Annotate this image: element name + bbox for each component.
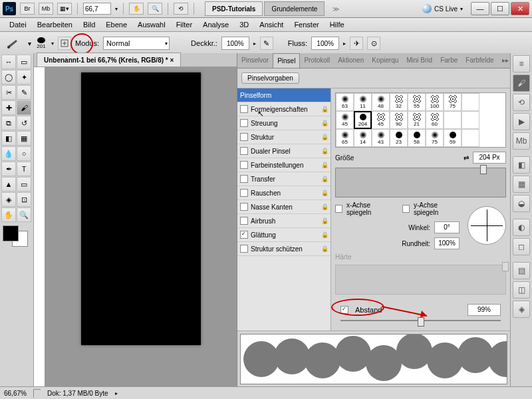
- brush-cell[interactable]: 32: [390, 93, 408, 111]
- pressure-opacity-icon[interactable]: ✎: [260, 37, 273, 50]
- opacity-input[interactable]: [221, 37, 249, 50]
- shape-checkbox[interactable]: [240, 133, 248, 141]
- shape-option[interactable]: Rauschen🔒: [237, 186, 331, 200]
- flow-input[interactable]: [311, 37, 339, 50]
- shape-checkbox[interactable]: [240, 119, 248, 127]
- adjustments-dock-icon[interactable]: ◐: [513, 219, 530, 236]
- shape-checkbox[interactable]: [240, 189, 248, 197]
- shape-option[interactable]: Dualer Pinsel🔒: [237, 144, 331, 158]
- brush-cell[interactable]: 45: [336, 111, 354, 129]
- rotate-icon[interactable]: ⟲: [174, 3, 188, 15]
- shape-option[interactable]: Transfer🔒: [237, 172, 331, 186]
- wand-tool[interactable]: ✦: [17, 70, 31, 84]
- brush-cell[interactable]: 59: [444, 129, 462, 147]
- shape-option[interactable]: Struktur🔒: [237, 130, 331, 144]
- stamp-tool[interactable]: ⧉: [1, 116, 16, 130]
- 3d-cam-tool[interactable]: ⊡: [17, 192, 31, 207]
- hand-icon[interactable]: ✋: [129, 3, 144, 15]
- brush-grid[interactable]: 6311483255100754520445902160651443235875…: [335, 92, 506, 148]
- heal-tool[interactable]: ✚: [1, 100, 16, 115]
- zoom-icon[interactable]: 🔍: [148, 3, 162, 15]
- brush-cell[interactable]: 65: [336, 129, 354, 147]
- brush-panel-toggle[interactable]: [58, 37, 71, 50]
- panel-tab-farbe[interactable]: Farbe: [436, 53, 462, 68]
- menu-analyse[interactable]: Analyse: [198, 18, 234, 31]
- panel-tab-pinsel[interactable]: Pinsel: [273, 53, 300, 68]
- brush-cell[interactable]: 55: [408, 93, 426, 111]
- modus-dropdown[interactable]: Normal: [103, 37, 170, 50]
- shape-option[interactable]: Nasse Kanten🔒: [237, 200, 331, 214]
- menu-bild[interactable]: Bild: [78, 18, 100, 31]
- brush-cell[interactable]: 100: [426, 93, 444, 111]
- 3d-tool[interactable]: ◈: [1, 192, 16, 207]
- panel-tab-kopierqu[interactable]: Kopierqu: [368, 53, 402, 68]
- crop-tool[interactable]: ✂: [1, 85, 16, 100]
- size-slider[interactable]: [335, 168, 506, 198]
- brush-cell[interactable]: [444, 111, 462, 129]
- pen-tool[interactable]: ✒: [1, 162, 16, 176]
- brush-cell[interactable]: 21: [408, 111, 426, 129]
- lasso-tool[interactable]: ◯: [1, 70, 16, 84]
- foreground-swatch[interactable]: [3, 225, 19, 241]
- move-tool[interactable]: ↔: [1, 55, 16, 69]
- type-tool[interactable]: T: [17, 162, 31, 176]
- size-value[interactable]: 204 Px: [473, 152, 506, 164]
- brush-preview[interactable]: 201: [35, 37, 47, 49]
- spacing-value[interactable]: 99%: [467, 304, 501, 316]
- path-sel-tool[interactable]: ▲: [1, 177, 16, 192]
- menu-fenster[interactable]: Fenster: [289, 18, 324, 31]
- swatches-dock-icon[interactable]: ▦: [513, 176, 530, 193]
- brush-cell[interactable]: 60: [426, 111, 444, 129]
- brush-cell[interactable]: 23: [390, 129, 408, 147]
- marquee-tool[interactable]: ▭: [17, 55, 31, 69]
- panel-tab-farbfelde[interactable]: Farbfelde: [462, 53, 497, 68]
- airbrush-icon[interactable]: ✈: [350, 37, 363, 50]
- angle-value[interactable]: 0°: [434, 221, 460, 233]
- menu-ebene[interactable]: Ebene: [100, 18, 132, 31]
- minibridge-dock-icon[interactable]: Mb: [513, 132, 530, 150]
- panel-tab-pinselvor[interactable]: Pinselvor: [237, 53, 273, 68]
- brush-tool[interactable]: 🖌: [17, 100, 31, 115]
- dodge-tool[interactable]: ○: [17, 146, 31, 161]
- menu-filter[interactable]: Filter: [171, 18, 198, 31]
- zoom-tool[interactable]: 🔍: [17, 207, 31, 222]
- status-zoom[interactable]: 66,67%: [4, 390, 27, 397]
- tab-close-icon[interactable]: ×: [170, 57, 174, 64]
- history-dock-icon[interactable]: ⟲: [513, 94, 530, 111]
- brush-cell[interactable]: 90: [390, 111, 408, 129]
- bridge-icon[interactable]: Br: [20, 3, 35, 15]
- brush-cell[interactable]: [462, 111, 479, 129]
- spacing-checkbox[interactable]: [340, 306, 348, 314]
- panel-tab-mini brid[interactable]: Mini Brid: [402, 53, 436, 68]
- eyedropper-tool[interactable]: ✎: [17, 85, 31, 100]
- menu-3d[interactable]: 3D: [234, 18, 254, 31]
- minimize-button[interactable]: —: [471, 2, 489, 15]
- panel-tab-aktionen[interactable]: Aktionen: [334, 53, 368, 68]
- shape-option[interactable]: Streuung🔒: [237, 116, 331, 130]
- angle-widget[interactable]: [467, 206, 506, 245]
- cslive-label[interactable]: CS Live: [434, 5, 458, 13]
- shape-checkbox[interactable]: [240, 161, 248, 169]
- brush-dock-icon[interactable]: 🖌: [513, 74, 530, 92]
- maximize-button[interactable]: ☐: [491, 2, 509, 15]
- menu-hilfe[interactable]: Hilfe: [325, 18, 350, 31]
- brush-cell[interactable]: 48: [372, 93, 390, 111]
- shape-checkbox[interactable]: [240, 147, 248, 155]
- brush-cell[interactable]: 75: [426, 129, 444, 147]
- roundness-value[interactable]: 100%: [434, 237, 460, 249]
- eraser-tool[interactable]: ◧: [1, 131, 16, 146]
- brush-cell[interactable]: 14: [354, 129, 372, 147]
- brush-cell[interactable]: 63: [336, 93, 354, 111]
- mirror-x-checkbox[interactable]: [335, 205, 342, 213]
- paths-dock-icon[interactable]: ◈: [513, 301, 530, 318]
- color-dock-icon[interactable]: ◧: [513, 156, 530, 174]
- masks-dock-icon[interactable]: ◻: [513, 238, 530, 255]
- menu-bearbeiten[interactable]: Bearbeiten: [32, 18, 78, 31]
- pressure-size-icon[interactable]: ⊙: [367, 37, 380, 50]
- color-swatches[interactable]: [1, 225, 29, 247]
- shape-option[interactable]: Glättung🔒: [237, 228, 331, 242]
- shape-checkbox[interactable]: [240, 217, 248, 225]
- spacing-slider[interactable]: [340, 320, 501, 321]
- doc-pill-psd[interactable]: PSD-Tutorials: [205, 1, 263, 16]
- brush-cell[interactable]: 43: [372, 129, 390, 147]
